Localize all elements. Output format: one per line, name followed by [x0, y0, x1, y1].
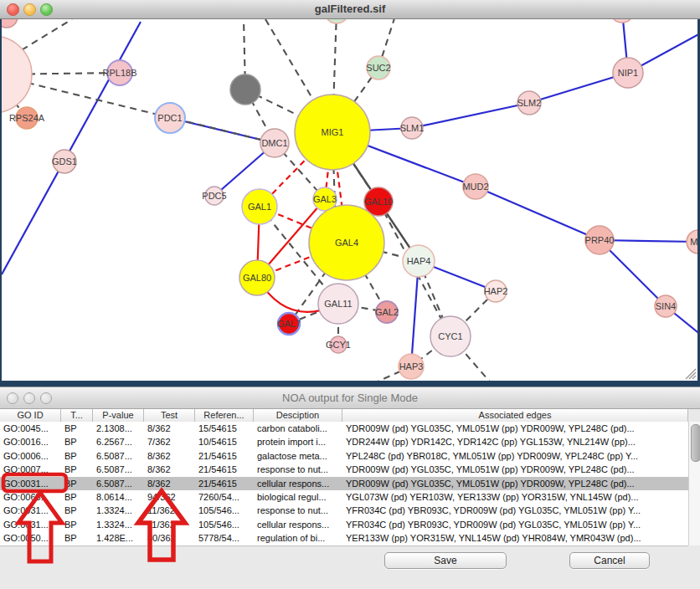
table-row[interactable]: GO:0016...BP6.2567...7/36210/54615protei… — [0, 435, 688, 448]
table-cell: GO:0007... — [0, 463, 61, 476]
table-cell: GO:0031... — [0, 518, 61, 531]
node-label: HAP3 — [399, 361, 424, 371]
table-cell: 8/362 — [144, 422, 195, 435]
screenshot-root: { "top_window": { "title": "galFiltered.… — [0, 0, 700, 589]
node-label: GAL7 — [277, 319, 301, 329]
node-label: SIN4 — [656, 301, 676, 311]
table-cell: 6.5087... — [93, 449, 144, 463]
noa-titlebar[interactable]: NOA output for Single Mode — [0, 387, 700, 409]
node-label: PDC1 — [157, 113, 182, 123]
network-titlebar[interactable]: galFiltered.sif — [0, 0, 700, 19]
table-cell: 7/362 — [144, 435, 195, 448]
table-cell: response to nut... — [254, 504, 342, 517]
nodes-layer: RPL18BRPS24AGDS1PDC1DMC1MIG1SUC2SLM1SLM2… — [2, 19, 697, 379]
table-cell: 8/362 — [144, 477, 195, 490]
node-label: NIP1 — [618, 68, 638, 78]
table-cell: 21/54615 — [195, 463, 254, 476]
table-cell: cellular respons... — [254, 477, 342, 490]
node-label: GCY1 — [326, 340, 351, 350]
node-label: GAL80 — [243, 273, 271, 283]
node-label: SLM2 — [517, 98, 542, 108]
node-label: HAP4 — [407, 256, 431, 266]
table-cell: 1.3324... — [93, 504, 144, 517]
table-cell: BP — [61, 490, 93, 504]
noa-window-title: NOA output for Single Mode — [0, 392, 700, 404]
network-canvas[interactable]: RPL18BRPS24AGDS1PDC1DMC1MIG1SUC2SLM1SLM2… — [2, 19, 697, 381]
table-row[interactable]: GO:0050...BP1.428E...80/3625778/54...reg… — [0, 531, 688, 545]
network-node[interactable] — [230, 74, 260, 105]
node-label: DMC1 — [261, 138, 287, 148]
noa-output-window: NOA output for Single Mode GO IDT...P-va… — [0, 387, 700, 589]
table-cell: BP — [61, 531, 93, 545]
table-cell: YPL248C (pd) YBR018C, YML051W (pp) YDR00… — [342, 449, 688, 463]
table-cell: 8/362 — [144, 463, 195, 476]
table-cell: galactose meta... — [254, 449, 342, 463]
table-cell: biological regul... — [254, 490, 342, 504]
node-label: GAL10 — [364, 197, 393, 207]
table-cell: 105/546... — [195, 504, 254, 517]
node-label: PDC5 — [202, 191, 226, 201]
table-cell: YDR009W (pd) YGL035C, YML051W (pp) YDR00… — [342, 422, 688, 435]
column-header[interactable]: P-value — [93, 409, 144, 422]
table-cell: cellular respons... — [254, 518, 342, 531]
column-header[interactable]: Referen... — [195, 409, 254, 422]
table-cell: response to nut... — [254, 463, 342, 476]
table-cell: 105/546... — [195, 518, 254, 531]
node-label: GAL11 — [324, 299, 352, 309]
node-label: GAL1 — [248, 202, 271, 212]
column-header[interactable]: Associated edges — [342, 409, 688, 422]
column-header[interactable]: GO ID — [0, 409, 61, 422]
table-cell: YFR034C (pd) YBR093C, YDR009W (pd) YGL03… — [342, 504, 688, 517]
network-node[interactable] — [325, 19, 348, 23]
node-label: SUC2 — [366, 63, 390, 73]
results-table[interactable]: GO:0045...BP2.1308...8/36215/54615carbon… — [0, 422, 688, 546]
node-label: MSI — [690, 237, 697, 247]
scrollbar-thumb[interactable] — [691, 424, 700, 462]
table-cell: 11/362 — [144, 504, 195, 517]
table-cell: BP — [61, 449, 93, 463]
node-label: SLM1 — [400, 123, 425, 133]
table-row[interactable]: GO:0006...BP6.5087...8/36221/54615galact… — [0, 449, 688, 463]
table-row[interactable]: GO:0031...BP1.3324...11/362105/546...res… — [0, 504, 688, 517]
table-cell: BP — [61, 422, 93, 435]
table-row[interactable]: GO:0065...BP8.0614...94/3627260/54...bio… — [0, 490, 688, 504]
table-cell: GO:0045... — [0, 422, 61, 435]
network-node[interactable] — [610, 19, 634, 23]
node-label: GAL3 — [313, 194, 337, 204]
table-cell: YDR009W (pd) YGL035C, YML051W (pp) YDR00… — [342, 477, 688, 490]
network-window: galFiltered.sif RPL18BRPS24AGDS1PDC1DMC1… — [0, 0, 700, 381]
table-row[interactable]: GO:0031...BP6.5087...8/36221/54615cellul… — [0, 477, 688, 490]
network-node[interactable] — [2, 19, 18, 28]
table-row[interactable]: GO:0031...BP1.3324...11/362105/546...cel… — [0, 518, 688, 531]
column-header[interactable]: Desciption — [254, 409, 342, 422]
network-svg: RPL18BRPS24AGDS1PDC1DMC1MIG1SUC2SLM1SLM2… — [2, 19, 697, 381]
table-cell: YFR034C (pd) YBR093C, YDR009W (pd) YGL03… — [342, 518, 688, 531]
table-cell: BP — [61, 477, 93, 490]
network-edge[interactable] — [412, 103, 529, 128]
table-cell: 1.428E... — [93, 531, 144, 545]
node-label: MUD2 — [462, 182, 488, 192]
table-cell: 6.5087... — [93, 477, 144, 490]
cancel-button[interactable]: Cancel — [569, 552, 650, 569]
table-cell: GO:0050... — [0, 531, 61, 545]
table-cell: 21/54615 — [195, 477, 254, 490]
table-row[interactable]: GO:0045...BP2.1308...8/36215/54615carbon… — [0, 422, 688, 435]
column-header[interactable]: T... — [61, 409, 93, 422]
table-cell: 8.0614... — [93, 490, 144, 504]
table-cell: 6.2567... — [93, 435, 144, 448]
table-header: GO IDT...P-valueTestReferen...Desciption… — [0, 409, 688, 423]
node-label: PRP40 — [585, 235, 615, 245]
table-cell: 10/54615 — [195, 435, 254, 448]
table-cell: regulation of bi... — [254, 531, 342, 545]
save-button[interactable]: Save — [384, 552, 507, 569]
table-cell: YER133W (pp) YOR315W, YNL145W (pd) YHR08… — [342, 531, 688, 545]
network-edge[interactable] — [476, 187, 600, 240]
table-cell: GO:0065... — [0, 490, 61, 504]
node-label: MIG1 — [322, 127, 344, 137]
table-cell: YGL073W (pd) YER103W, YER133W (pp) YOR31… — [342, 490, 688, 504]
network-window-title: galFiltered.sif — [0, 3, 700, 15]
table-row[interactable]: GO:0007...BP6.5087...8/36221/54615respon… — [0, 463, 688, 476]
table-cell: 1.3324... — [93, 518, 144, 531]
table-scrollbar[interactable] — [688, 422, 700, 545]
column-header[interactable]: Test — [144, 409, 195, 422]
